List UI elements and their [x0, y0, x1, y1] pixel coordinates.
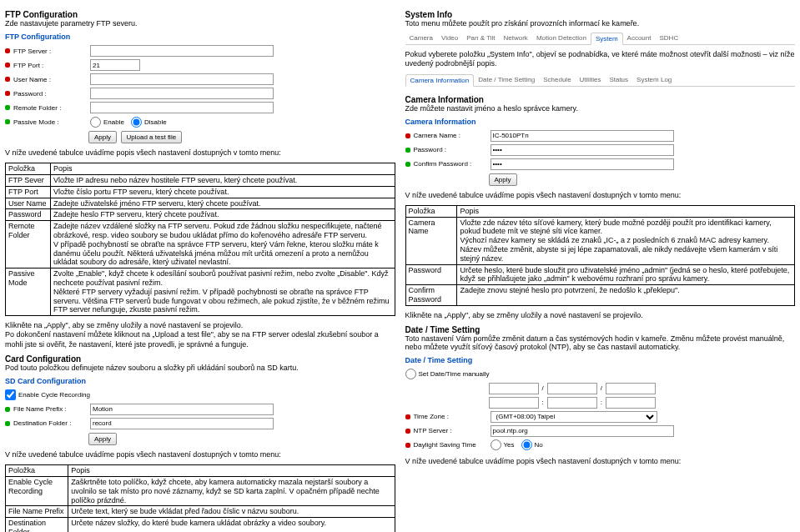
campass-label: Password : — [414, 146, 491, 153]
table-cell: Určete heslo, které bude sloužit pro uži… — [457, 264, 795, 285]
ntp-label: NTP Server : — [414, 427, 491, 434]
ntp-input[interactable] — [491, 425, 674, 437]
tab-caminfo[interactable]: Camera Information — [405, 74, 475, 87]
tab-schedule[interactable]: Schedule — [539, 74, 575, 86]
table-cell: Zadejte název vzdálené složky na FTP ser… — [50, 221, 395, 269]
col-header: Položka — [6, 465, 68, 477]
ftp-server-label: FTP Server : — [13, 48, 90, 55]
ftp-remote-input[interactable] — [90, 102, 274, 113]
time-part3[interactable] — [606, 397, 656, 409]
table-cell: Enable Cycle Recording — [6, 477, 68, 506]
tab-syslog[interactable]: System Log — [632, 74, 676, 86]
table-cell: User Name — [6, 198, 51, 209]
tab-utilities[interactable]: Utilities — [576, 74, 606, 86]
col-header: Položka — [405, 205, 457, 217]
camname-label: Camera Name : — [414, 132, 491, 139]
table-cell: Password — [405, 264, 457, 285]
sd-apply-button[interactable]: Apply — [88, 433, 117, 445]
dst-no-radio[interactable] — [521, 439, 532, 450]
dt-panel-heading: Date / Time Setting — [405, 356, 796, 364]
ftp-password-input[interactable] — [90, 88, 274, 99]
ftp-apply-button[interactable]: Apply — [88, 131, 117, 143]
dt-subtitle: Toto nastavení Vám pomůže změnit datum a… — [405, 334, 796, 351]
tz-select[interactable]: (GMT+08:00) Taipei — [491, 411, 657, 423]
enable-label: Enable — [103, 118, 124, 126]
dst-yes-radio[interactable] — [491, 439, 501, 450]
ftp-definitions-table: PoložkaPopis FTP SeverVložte IP adresu n… — [5, 163, 395, 316]
cycle-recording-label: Enable Cycle Recording — [18, 391, 90, 399]
ftp-remote-label: Remote Folder : — [13, 104, 90, 112]
cycle-recording-checkbox[interactable] — [5, 389, 16, 400]
ftp-port-input[interactable] — [90, 59, 140, 71]
tz-label: Time Zone : — [414, 413, 491, 420]
bullet-icon — [5, 105, 10, 110]
sd-table-intro: V níže uvedené tabulce uvádíme popis vše… — [5, 450, 395, 459]
tab-video[interactable]: Video — [437, 33, 462, 44]
table-cell: Zadejte heslo FTP serveru, který chcete … — [50, 209, 395, 221]
date-part1[interactable] — [489, 383, 539, 394]
sd-subtitle: Pod touto položkou definujete název soub… — [5, 364, 395, 372]
ftp-table-intro: V níže uvedené tabulce uvádíme popis vše… — [5, 148, 395, 158]
prefix-input[interactable] — [90, 404, 274, 415]
cam-title: Camera Information — [405, 95, 796, 104]
sub-tabs: Camera Information Date / Time Setting S… — [405, 74, 796, 87]
table-cell: Password — [6, 209, 51, 221]
tab-account[interactable]: Account — [623, 33, 656, 44]
ftp-port-label: FTP Port : — [13, 62, 90, 69]
table-cell: FTP Port — [6, 186, 51, 198]
tab-motion[interactable]: Motion Detection — [532, 33, 591, 44]
sys-subtitle: Toto menu můžete použít pro získání prov… — [405, 19, 796, 28]
time-part1[interactable] — [489, 397, 539, 409]
camconfirm-input[interactable] — [491, 158, 674, 170]
cam-apply-button[interactable]: Apply — [489, 173, 517, 186]
bullet-icon — [5, 77, 10, 82]
cam-panel-heading: Camera Information — [405, 118, 796, 126]
dest-input[interactable] — [90, 418, 274, 429]
table-cell: File Name Prefix — [6, 506, 68, 518]
dt-table-intro: V níže uvedené tabulce uvádíme popis vše… — [405, 457, 796, 466]
table-cell: FTP Sever — [6, 175, 51, 187]
camconfirm-label: Confirm Password : — [414, 160, 491, 168]
ftp-server-input[interactable] — [90, 45, 274, 57]
passive-enable-radio[interactable] — [90, 117, 101, 128]
table-cell: Confirm Password — [405, 285, 457, 306]
ftp-password-label: Password : — [13, 90, 90, 98]
tab-network[interactable]: Network — [500, 33, 532, 44]
ftp-title: FTP Configuration — [5, 10, 395, 19]
tab-datetime[interactable]: Date / Time Setting — [474, 74, 539, 86]
sys-title: System Info — [405, 10, 796, 19]
bullet-icon — [5, 421, 10, 426]
tab-status[interactable]: Status — [605, 74, 632, 86]
manual-label: Set Date/Time manually — [419, 370, 490, 378]
ftp-test-button[interactable]: Upload a test file — [121, 131, 183, 143]
bullet-icon — [405, 429, 410, 434]
ftp-passive-label: Passive Mode : — [13, 118, 90, 126]
no-label: No — [535, 441, 543, 449]
col-header: Popis — [68, 465, 395, 477]
bullet-icon — [5, 63, 10, 68]
tab-camera[interactable]: Camera — [405, 33, 437, 44]
table-cell: Destination Folder — [6, 518, 68, 532]
table-cell: Zaškrtněte toto políčko, když chcete, ab… — [68, 477, 395, 506]
col-header: Položka — [6, 163, 51, 175]
ftp-panel-heading: FTP Configuration — [5, 33, 395, 41]
manual-radio[interactable] — [405, 369, 416, 379]
camname-input[interactable] — [491, 130, 674, 142]
date-part3[interactable] — [606, 383, 656, 394]
col-header: Popis — [457, 205, 795, 217]
sd-definitions-table: PoložkaPopis Enable Cycle RecordingZaškr… — [5, 464, 395, 532]
date-part2[interactable] — [547, 383, 597, 394]
time-part2[interactable] — [547, 397, 597, 409]
tab-pantilt[interactable]: Pan & Tilt — [462, 33, 499, 44]
right-column: System Info Toto menu můžete použít pro … — [405, 7, 796, 532]
col-header: Popis — [50, 163, 395, 175]
ftp-user-input[interactable] — [90, 73, 274, 85]
tab-sdhc[interactable]: SDHC — [655, 33, 682, 44]
campass-input[interactable] — [491, 144, 674, 156]
ftp-user-label: User Name : — [13, 76, 90, 83]
table-cell: Vložte zde název této síťové kamery, kte… — [457, 217, 795, 264]
table-cell: Zadejte uživatelské jméno FTP serveru, k… — [50, 198, 395, 209]
passive-disable-radio[interactable] — [131, 117, 142, 128]
tab-system[interactable]: System — [591, 33, 623, 45]
dt-title: Date / Time Setting — [405, 325, 796, 334]
